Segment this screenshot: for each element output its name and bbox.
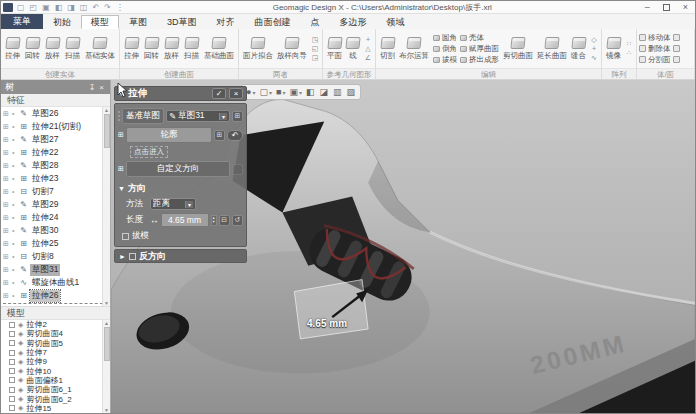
tree-feature-row[interactable]: ⊞ • ⊞ 拉伸25 — [1, 237, 110, 250]
expander-icon[interactable]: ⊞ — [3, 266, 10, 274]
ribbon-button[interactable]: 线 — [344, 36, 362, 62]
ribbon-button[interactable]: 拉伸 — [3, 36, 22, 62]
visibility-checkbox[interactable] — [9, 368, 15, 374]
ribbon-button[interactable]: 切割 — [378, 36, 397, 62]
expander-icon[interactable]: ⊞ — [118, 131, 124, 139]
visibility-checkbox[interactable] — [9, 377, 15, 383]
ribbon-button[interactable]: 放样向导 — [275, 36, 309, 62]
ribbon-tab[interactable]: 多边形 — [330, 15, 377, 29]
linear-pattern-icon[interactable]: ∷ — [624, 40, 634, 48]
section-view-icon[interactable]: ◪ — [318, 87, 330, 97]
expander-icon[interactable]: ⊞ — [3, 136, 10, 144]
expander-icon[interactable]: ⊞ — [3, 149, 10, 157]
profile-field[interactable]: 轮廓 — [126, 127, 212, 143]
method-select[interactable]: 距离 ▾ — [150, 198, 196, 210]
ribbon-tab[interactable]: 初始 — [43, 15, 81, 29]
ribbon-button[interactable]: 放样 — [162, 36, 181, 62]
scroll-up-icon[interactable]: ▲ — [104, 320, 109, 326]
ribbon-button[interactable]: 扫描 — [182, 36, 201, 62]
ribbon-button[interactable]: 回转 — [23, 36, 42, 62]
visibility-checkbox[interactable] — [9, 387, 15, 393]
close-button[interactable]: × — [678, 2, 693, 13]
tree-feature-row[interactable]: ⊞ • ⊞ 拉伸24 — [1, 211, 110, 224]
tree-feature-row[interactable]: ⊞ • ⊞ 拉伸23 — [1, 172, 110, 185]
expander-icon[interactable]: ⊞ — [3, 201, 10, 209]
reverse-checkbox[interactable] — [129, 253, 136, 260]
tree-feature-row[interactable]: ⊞ • ✎ 草图26 — [1, 107, 110, 120]
match-surface-icon[interactable]: ∿ — [589, 54, 599, 62]
maximize-button[interactable] — [663, 4, 670, 11]
ribbon-tab[interactable]: 点 — [301, 15, 330, 29]
collapse-icon[interactable]: ▼ — [118, 185, 125, 192]
options-icon[interactable] — [673, 56, 680, 63]
ribbon-button[interactable]: 放样 — [43, 36, 62, 62]
pick-sketch-button[interactable]: ⊞ — [232, 111, 243, 122]
menu-button[interactable]: 菜单 — [1, 14, 43, 29]
draft-checkbox[interactable] — [122, 233, 129, 240]
tree-feature-row[interactable]: ⊞ • ⊞ 拉伸21(切割) — [1, 120, 110, 133]
model-list-item[interactable]: ◈ 拉伸9 — [1, 357, 110, 366]
ribbon-small-button[interactable]: 倒角 — [432, 44, 458, 54]
redo-icon[interactable]: ↷ — [103, 3, 112, 12]
spin-down-icon[interactable]: ▾ — [213, 220, 215, 225]
ribbon-tab[interactable]: 领域 — [377, 15, 415, 29]
tree-scrollbar[interactable]: ▲ ▼ — [102, 107, 110, 306]
transparent-view-icon[interactable]: ▣ ▾ — [288, 87, 303, 97]
ribbon-button[interactable]: 平面 — [325, 36, 344, 62]
undo-selection-button[interactable]: ↶ — [227, 130, 243, 141]
dropdown-caret-icon[interactable]: ▾ — [299, 89, 302, 96]
tree-feature-row[interactable]: ⊞ • ⊞ 拉伸26 — [1, 289, 110, 302]
ribbon-tab[interactable]: 曲面创建 — [245, 15, 301, 29]
ribbon-button[interactable]: 布尔运算 — [397, 36, 431, 62]
expander-icon[interactable]: ⊞ — [3, 162, 10, 170]
ribbon-button[interactable]: 延长曲面 — [535, 36, 569, 62]
save-icon[interactable]: ▣ — [41, 3, 51, 12]
visibility-checkbox[interactable] — [9, 340, 15, 346]
dropdown-caret-icon[interactable]: ▾ — [282, 89, 285, 96]
ribbon-tab[interactable]: 对齐 — [207, 15, 245, 29]
panel-close-icon[interactable]: × — [97, 83, 106, 92]
display-filter-icon[interactable]: ▨ — [346, 87, 358, 97]
confirm-button[interactable]: ✓ — [212, 88, 226, 99]
tree-feature-row[interactable]: ⊞ • ✎ 草图30 — [1, 224, 110, 237]
direction-section-header[interactable]: ▼ 方向 — [118, 182, 243, 195]
tree-feature-row[interactable]: ⊞ • ✎ 草图28 — [1, 159, 110, 172]
expander-icon[interactable]: ⊞ — [3, 175, 10, 183]
reverse-direction-button[interactable]: ↺ — [232, 215, 243, 226]
customize-quick-access-icon[interactable]: ⋮ — [115, 3, 125, 12]
collapse-icon[interactable]: ▼ — [118, 90, 125, 97]
ribbon-button[interactable]: 回转 — [142, 36, 161, 62]
ribbon-small-button[interactable]: 删除体 — [639, 44, 680, 54]
dropdown-caret-icon[interactable]: ▾ — [252, 89, 255, 96]
tree-feature-row[interactable]: ⊞ • ✎ 草图31 — [1, 263, 110, 276]
tree-feature-row[interactable]: ⊞ • ⊞ 拉伸22 — [1, 146, 110, 159]
extend-fit-icon[interactable]: ◱ — [310, 45, 320, 53]
ribbon-button[interactable]: 缝合 — [569, 36, 588, 62]
expander-icon[interactable]: ⊞ — [3, 227, 10, 235]
boundary-fit-icon[interactable]: ◳ — [310, 36, 320, 44]
tree-feature-row[interactable]: ⊞ • ⊟ 切割8 — [1, 250, 110, 263]
expander-icon[interactable]: ⊞ — [3, 110, 10, 118]
expander-icon[interactable]: ⊞ — [3, 253, 10, 261]
dropdown-caret-icon[interactable]: ▾ — [219, 113, 227, 120]
ribbon-small-button[interactable]: 圆角 — [432, 33, 458, 43]
multi-viewport-icon[interactable]: ▥ — [332, 87, 344, 97]
viewport-3d[interactable]: 200MM ● ▾ ▢ — [111, 80, 695, 413]
visibility-checkbox[interactable] — [9, 396, 15, 402]
ribbon-tab[interactable]: 3D草图 — [157, 15, 207, 29]
ref-coordinate-icon[interactable]: ∠ — [363, 54, 373, 62]
reverse-section-header[interactable]: ► 反方向 — [114, 249, 247, 263]
model-list-item[interactable]: ◈ 剪切曲面6_2 — [1, 394, 110, 403]
ribbon-button[interactable]: 基础实体 — [83, 36, 117, 62]
expander-icon[interactable]: ⊞ — [3, 214, 10, 222]
ribbon-button[interactable]: 镜像 — [604, 36, 623, 62]
expander-icon[interactable]: ⊞ — [3, 240, 10, 248]
tree-feature-row[interactable]: ⊞ • ⊟ 切割7 — [1, 185, 110, 198]
snapshot-icon[interactable]: ◫ — [79, 3, 89, 12]
minimize-button[interactable]: – — [640, 2, 655, 13]
length-input[interactable]: 4.65 mm — [161, 213, 209, 227]
ribbon-button[interactable]: 扫描 — [63, 36, 82, 62]
expander-icon[interactable]: ⊞ — [3, 188, 10, 196]
dialog-close-button[interactable]: × — [229, 88, 243, 99]
expand-icon[interactable]: ► — [119, 253, 126, 260]
